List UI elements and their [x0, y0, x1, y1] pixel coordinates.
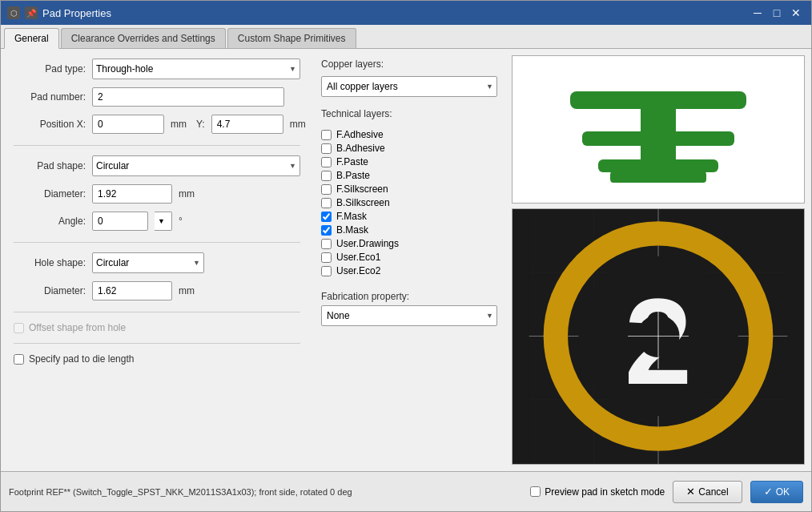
layer-b-silkscreen-checkbox[interactable] [321, 198, 332, 208]
layer-b-paste-checkbox[interactable] [321, 171, 332, 181]
preview-sketch-label[interactable]: Preview pad in sketch mode [530, 486, 665, 498]
layer-b-mask[interactable]: B.Mask [321, 224, 497, 236]
pad-number-input[interactable] [92, 87, 284, 107]
title-bar: ⬡ 📌 Pad Properties ─ □ ✕ [1, 1, 811, 25]
hole-shape-select-wrapper: Circular [92, 252, 204, 273]
hole-diameter-label: Diameter: [14, 285, 86, 296]
tab-clearance[interactable]: Clearance Overrides and Settings [61, 28, 226, 48]
hole-shape-label: Hole shape: [14, 257, 86, 268]
layer-f-mask[interactable]: F.Mask [321, 211, 497, 222]
pad-type-label: Pad type: [14, 63, 86, 75]
diameter-unit: mm [179, 188, 195, 200]
bottom-bar: Footprint REF** (Switch_Toggle_SPST_NKK_… [1, 471, 811, 511]
layer-user-drawings-checkbox[interactable] [321, 239, 332, 249]
angle-label: Angle: [14, 216, 86, 227]
offset-shape-checkbox[interactable] [14, 323, 24, 333]
hole-diameter-input[interactable] [92, 281, 172, 300]
angle-unit: ° [179, 216, 183, 227]
divider-3 [14, 312, 300, 312]
pad-type-row: Pad type: Through-hole [14, 58, 300, 79]
position-x-input[interactable] [92, 115, 164, 134]
preview-bottom-svg: 2 [513, 209, 804, 464]
layer-b-silkscreen[interactable]: B.Silkscreen [321, 197, 497, 208]
position-y-unit: mm [290, 119, 306, 130]
left-panel: Pad type: Through-hole Pad number: Posit… [1, 49, 313, 471]
maximize-button[interactable]: □ [768, 4, 786, 22]
position-x-unit: mm [171, 119, 187, 130]
angle-input[interactable] [92, 212, 148, 231]
copper-select-wrapper: All copper layers F.Cu B.Cu None [321, 76, 497, 97]
offset-shape-label[interactable]: Offset shape from hole [14, 322, 300, 333]
svg-rect-4 [598, 159, 718, 172]
minimize-button[interactable]: ─ [749, 4, 766, 22]
cancel-button[interactable]: ✕ Cancel [673, 481, 742, 503]
status-text: Footprint REF** (Switch_Toggle_SPST_NKK_… [9, 487, 352, 497]
copper-layers-label: Copper layers: [321, 58, 497, 70]
tab-bar: General Clearance Overrides and Settings… [1, 25, 811, 49]
ok-button[interactable]: ✓ OK [750, 481, 803, 503]
svg-rect-3 [582, 131, 734, 146]
layer-f-mask-checkbox[interactable] [321, 212, 332, 222]
diameter-label: Diameter: [14, 188, 86, 200]
hole-diameter-unit: mm [179, 285, 195, 296]
right-panel: 2 [505, 49, 811, 471]
pad-type-select[interactable]: Through-hole [92, 58, 300, 79]
app-icon: ⬡ [7, 6, 20, 19]
preview-top [512, 55, 805, 204]
layer-b-adhesive-checkbox[interactable] [321, 143, 332, 154]
pad-type-select-wrapper: Through-hole [92, 58, 300, 79]
layer-b-mask-checkbox[interactable] [321, 225, 332, 236]
diameter-input[interactable] [92, 184, 172, 204]
layer-b-adhesive[interactable]: B.Adhesive [321, 143, 497, 154]
tab-general[interactable]: General [4, 28, 59, 49]
fab-property-select[interactable]: None BGA pad Fiducial, local Fiducial, g… [321, 305, 497, 326]
position-row: Position X: mm Y: mm [14, 115, 300, 134]
diameter-row: Diameter: mm [14, 184, 300, 204]
position-y-label: Y: [196, 119, 205, 130]
specify-pad-label[interactable]: Specify pad to die length [14, 353, 300, 365]
layer-user-eco2-checkbox[interactable] [321, 266, 332, 276]
angle-row: Angle: ▼ ° [14, 212, 300, 231]
hole-shape-select[interactable]: Circular [92, 252, 204, 273]
close-button[interactable]: ✕ [787, 4, 805, 22]
window-title: Pad Properties [42, 7, 111, 19]
pad-shape-select[interactable]: Circular [92, 155, 300, 176]
layer-user-eco1-checkbox[interactable] [321, 252, 332, 263]
layer-f-adhesive[interactable]: F.Adhesive [321, 129, 497, 140]
layer-f-silkscreen[interactable]: F.Silkscreen [321, 183, 497, 195]
main-window: ⬡ 📌 Pad Properties ─ □ ✕ General Clearan… [0, 0, 812, 512]
layer-user-drawings[interactable]: User.Drawings [321, 238, 497, 249]
fab-property-select-wrapper: None BGA pad Fiducial, local Fiducial, g… [321, 305, 497, 326]
layer-f-adhesive-checkbox[interactable] [321, 130, 332, 140]
hole-shape-row: Hole shape: Circular [14, 252, 300, 273]
layer-f-paste-checkbox[interactable] [321, 157, 332, 167]
svg-rect-5 [610, 171, 706, 183]
layer-f-paste[interactable]: F.Paste [321, 156, 497, 167]
pin-icon: 📌 [25, 6, 38, 19]
pad-number-row: Pad number: [14, 87, 300, 107]
hole-diameter-row: Diameter: mm [14, 281, 300, 300]
divider-4 [14, 343, 300, 344]
divider-1 [14, 145, 300, 146]
pad-shape-label: Pad shape: [14, 160, 86, 171]
layer-user-eco2[interactable]: User.Eco2 [321, 265, 497, 276]
preview-sketch-checkbox[interactable] [530, 486, 541, 497]
title-bar-left: ⬡ 📌 Pad Properties [7, 6, 111, 19]
title-bar-controls: ─ □ ✕ [749, 4, 805, 22]
divider-2 [14, 242, 300, 243]
content-area: Pad type: Through-hole Pad number: Posit… [1, 49, 811, 471]
position-y-input[interactable] [211, 115, 283, 134]
specify-pad-checkbox[interactable] [14, 354, 24, 365]
tab-custom-shape[interactable]: Custom Shape Primitives [227, 28, 356, 48]
bottom-right: Preview pad in sketch mode ✕ Cancel ✓ OK [530, 481, 803, 503]
pad-shape-row: Pad shape: Circular [14, 155, 300, 176]
angle-dropdown-btn[interactable]: ▼ [155, 212, 172, 231]
copper-layers-select[interactable]: All copper layers F.Cu B.Cu None [321, 76, 497, 97]
preview-top-svg [522, 55, 794, 204]
pad-shape-select-wrapper: Circular [92, 155, 300, 176]
technical-layers-label: Technical layers: [321, 108, 497, 119]
layer-user-eco1[interactable]: User.Eco1 [321, 252, 497, 263]
layer-f-silkscreen-checkbox[interactable] [321, 184, 332, 195]
preview-bottom: 2 [512, 208, 805, 465]
layer-b-paste[interactable]: B.Paste [321, 170, 497, 181]
